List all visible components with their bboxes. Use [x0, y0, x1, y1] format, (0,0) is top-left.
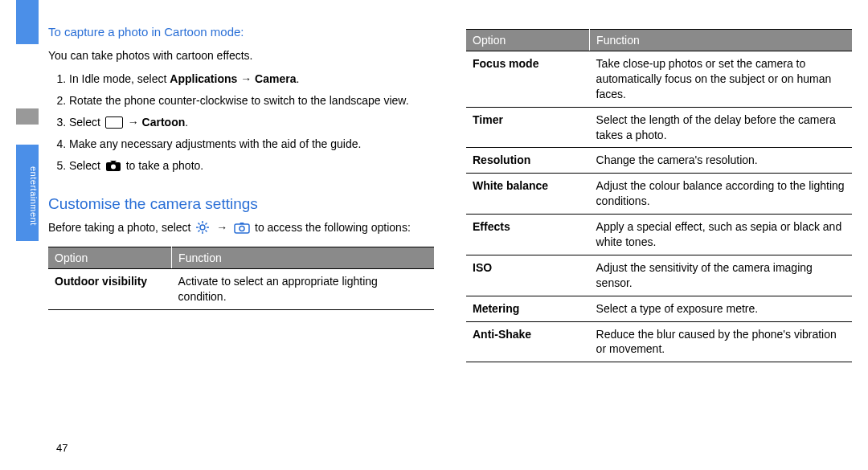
page-number: 47	[56, 442, 68, 454]
th-function: Function	[172, 247, 434, 269]
table-row: ISOAdjust the sensitivity of the camera …	[466, 255, 852, 296]
before-text: Before taking a photo, select → to acces…	[48, 220, 434, 239]
cell-function: Select the length of the delay before th…	[590, 107, 852, 148]
svg-point-4	[240, 227, 244, 231]
right-column: Option Function Focus modeTake close-up …	[466, 24, 852, 454]
table-row: EffectsApply a special effect, such as s…	[466, 215, 852, 255]
th-option: Option	[466, 30, 590, 51]
left-column: To capture a photo in Cartoon mode: You …	[48, 24, 434, 454]
step-5: Select to take a photo.	[69, 158, 434, 176]
table-row: White balanceAdjust the colour balance a…	[466, 174, 852, 215]
arrow-text: →	[237, 72, 255, 85]
text: to take a photo.	[123, 159, 203, 172]
text: to access the following options:	[252, 221, 411, 234]
table-row: Outdoor visibility Activate to select an…	[48, 269, 434, 310]
cell-function: Reduce the blur caused by the phone's vi…	[590, 321, 852, 362]
svg-rect-3	[235, 224, 249, 233]
step-4: Make any necessary adjustments with the …	[69, 137, 434, 152]
step-2: Rotate the phone counter-clockwise to sw…	[69, 93, 434, 108]
intro-text: You can take photos with cartoon effects…	[48, 48, 434, 63]
text: Before taking a photo, select	[48, 221, 194, 234]
text: Select	[69, 159, 104, 172]
decor-gray-bar	[16, 108, 39, 125]
decor-blue-bar	[16, 0, 39, 44]
options-table-right: Option Function Focus modeTake close-up …	[466, 29, 852, 362]
cell-option: Metering	[466, 296, 590, 321]
heading-customise: Customise the camera settings	[48, 194, 434, 215]
cell-option: ISO	[466, 255, 590, 296]
svg-point-1	[111, 164, 116, 169]
rectangle-icon	[105, 116, 123, 129]
cell-function: Adjust the sensitivity of the camera ima…	[590, 255, 852, 296]
cell-option: Resolution	[466, 148, 590, 174]
arrow-text: →	[125, 116, 142, 129]
cell-function: Take close-up photos or set the camera t…	[590, 51, 852, 108]
cell-function: Apply a special effect, such as sepia or…	[590, 215, 852, 255]
gear-icon	[195, 220, 210, 239]
table-row: TimerSelect the length of the delay befo…	[466, 107, 852, 148]
table-row: Anti-ShakeReduce the blur caused by the …	[466, 321, 852, 362]
th-option: Option	[48, 247, 172, 269]
text: Select	[69, 116, 104, 129]
cell-option: Focus mode	[466, 51, 590, 108]
camera-outline-icon	[234, 222, 250, 238]
cell-function: Change the camera's resolution.	[590, 148, 852, 174]
cell-option: Anti-Shake	[466, 321, 590, 362]
page-content: To capture a photo in Cartoon mode: You …	[48, 24, 852, 454]
step-1: In Idle mode, select Applications → Came…	[69, 72, 434, 87]
table-row: Focus modeTake close-up photos or set th…	[466, 51, 852, 108]
text: In Idle mode, select	[69, 72, 170, 85]
bold-text: Cartoon	[142, 116, 186, 129]
camera-icon	[105, 160, 121, 176]
options-table-left: Option Function Outdoor visibility Activ…	[48, 247, 434, 310]
table-row: MeteringSelect a type of exposure metre.	[466, 296, 852, 321]
cell-option: Effects	[466, 215, 590, 255]
cell-function: Adjust the colour balance according to t…	[590, 174, 852, 215]
arrow-text: →	[213, 221, 231, 234]
cell-option: Outdoor visibility	[48, 269, 172, 310]
table-row: ResolutionChange the camera's resolution…	[466, 148, 852, 174]
bold-text: Applications	[170, 72, 237, 85]
cell-option: Timer	[466, 107, 590, 148]
step-3: Select → Cartoon.	[69, 115, 434, 130]
heading-cartoon-mode: To capture a photo in Cartoon mode:	[48, 24, 434, 40]
th-function: Function	[590, 30, 852, 51]
svg-point-2	[200, 225, 205, 230]
steps-list: In Idle mode, select Applications → Came…	[48, 72, 434, 175]
text: .	[296, 72, 299, 85]
text: .	[185, 116, 188, 129]
bold-text: Camera	[255, 72, 296, 85]
cell-function: Select a type of exposure metre.	[590, 296, 852, 321]
cell-function: Activate to select an appropriate lighti…	[172, 269, 434, 310]
section-tab-label: entertainment	[16, 145, 39, 241]
cell-option: White balance	[466, 174, 590, 215]
